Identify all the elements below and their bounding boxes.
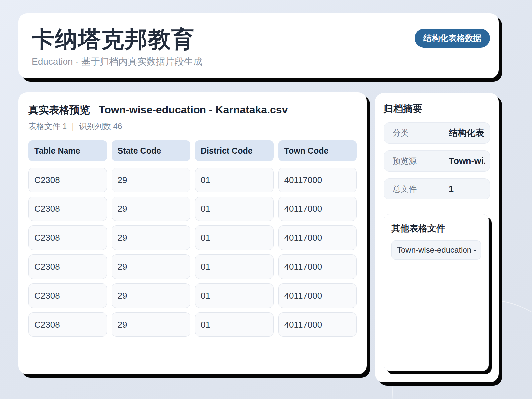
summary-rows: 分类结构化表...预览源Town-wi...总文件1 <box>384 122 490 200</box>
table-cell: 29 <box>112 283 191 308</box>
table-cell: 01 <box>195 197 274 221</box>
table-cell: 40117000 <box>278 312 357 337</box>
table-cell: C2308 <box>28 312 107 337</box>
table-cell: 29 <box>112 312 191 337</box>
table-column-header: District Code <box>195 140 274 161</box>
table-body: C2308290140117000C2308290140117000C23082… <box>28 168 357 337</box>
preview-meta: 表格文件 1 ｜ 识别列数 46 <box>28 121 357 132</box>
table-cell: 29 <box>112 254 191 279</box>
summary-row: 预览源Town-wi... <box>384 150 490 172</box>
page-root: { "header": { "title": "卡纳塔克邦教育", "subti… <box>0 0 532 399</box>
table-cell: 01 <box>195 225 274 250</box>
preview-file-name: Town-wise-education - Karnataka.csv <box>99 104 288 116</box>
table-cell: C2308 <box>28 283 107 308</box>
table-header-row: Table NameState CodeDistrict CodeTown Co… <box>28 140 357 161</box>
header-card: 卡纳塔克邦教育 Education · 基于归档内真实数据片段生成 结构化表格数… <box>18 13 499 78</box>
table-cell: 40117000 <box>278 225 357 250</box>
summary-value: 1 <box>449 184 454 194</box>
table-cell: 29 <box>112 197 191 221</box>
table-cell: C2308 <box>28 254 107 279</box>
category-badge: 结构化表格数据 <box>415 29 490 48</box>
other-files-heading: 其他表格文件 <box>391 222 481 234</box>
table-cell: 40117000 <box>278 168 357 192</box>
table-column-header: State Code <box>112 140 191 161</box>
table-column-header: Town Code <box>278 140 357 161</box>
table-cell: 01 <box>195 168 274 192</box>
table-column-header: Table Name <box>28 140 107 161</box>
preview-heading-label: 真实表格预览 <box>28 103 90 117</box>
table-cell: C2308 <box>28 197 107 221</box>
table-cell: 40117000 <box>278 283 357 308</box>
summary-label: 总文件 <box>393 184 449 194</box>
table-cell: 01 <box>195 312 274 337</box>
other-files-list: Town-wise-education - <box>391 240 481 260</box>
table-cell: 40117000 <box>278 197 357 221</box>
summary-row: 分类结构化表... <box>384 122 490 144</box>
table-cell: C2308 <box>28 168 107 192</box>
archive-summary-card: 归档摘要 分类结构化表...预览源Town-wi...总文件1 其他表格文件 T… <box>375 93 499 382</box>
summary-row: 总文件1 <box>384 178 490 200</box>
table-preview-card: 真实表格预览 Town-wise-education - Karnataka.c… <box>18 92 367 374</box>
table-cell: 01 <box>195 283 274 308</box>
table-cell: 29 <box>112 225 191 250</box>
other-file-item[interactable]: Town-wise-education - <box>391 240 481 260</box>
summary-value: 结构化表... <box>449 127 485 139</box>
preview-heading: 真实表格预览 Town-wise-education - Karnataka.c… <box>28 103 357 117</box>
other-files-card: 其他表格文件 Town-wise-education - <box>384 214 489 371</box>
table-cell: 01 <box>195 254 274 279</box>
summary-label: 分类 <box>393 128 449 138</box>
table-cell: 40117000 <box>278 254 357 279</box>
archive-summary-heading: 归档摘要 <box>384 102 490 116</box>
page-subtitle: Education · 基于归档内真实数据片段生成 <box>32 55 485 68</box>
summary-value: Town-wi... <box>449 156 485 166</box>
table-cell: C2308 <box>28 225 107 250</box>
summary-label: 预览源 <box>393 156 449 166</box>
table-cell: 29 <box>112 168 191 192</box>
